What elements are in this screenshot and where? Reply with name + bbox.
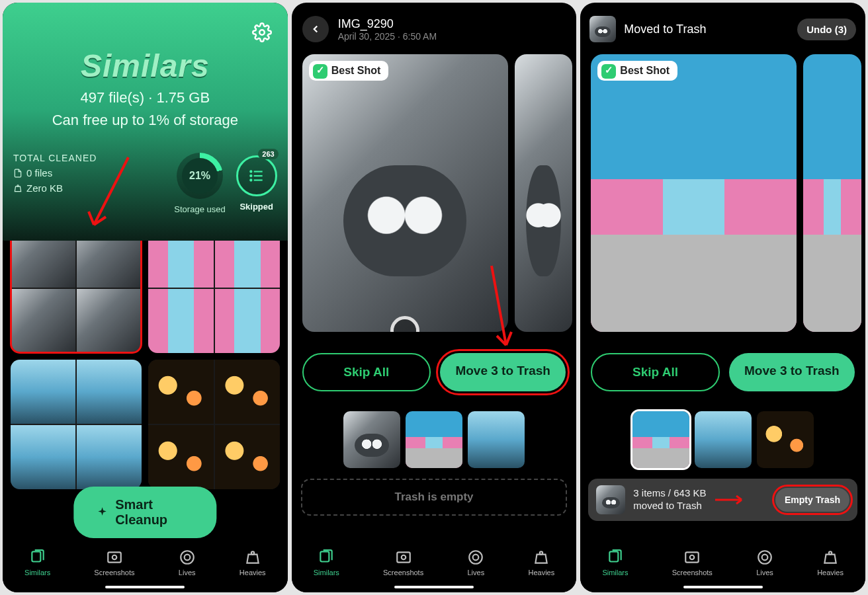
weight-icon	[13, 184, 22, 193]
tab-similars[interactable]: Similars	[602, 549, 628, 576]
skip-all-button[interactable]: Skip All	[302, 353, 431, 391]
preview-carousel[interactable]: Best Shot	[591, 54, 855, 332]
trash-summary: 3 items / 643 KB moved to Trash	[633, 487, 706, 512]
heavies-icon	[244, 549, 261, 566]
thumb[interactable]	[695, 411, 752, 468]
storage-pct: 21%	[182, 158, 218, 194]
free-up-line: Can free up to 1% of storage	[13, 112, 277, 129]
similar-groups-grid	[3, 223, 288, 489]
svg-point-17	[470, 551, 483, 564]
tab-label: Similars	[314, 569, 339, 576]
tab-label: Screenshots	[383, 569, 423, 576]
image-meta: April 30, 2025 · 6:50 AM	[338, 31, 437, 42]
undo-button[interactable]: Undo (3)	[797, 19, 856, 40]
tab-label: Similars	[602, 569, 628, 576]
thumb[interactable]	[406, 411, 462, 468]
thumb[interactable]	[343, 411, 400, 468]
tab-label: Similars	[24, 569, 50, 576]
files-cleaned: 0 files	[26, 167, 52, 178]
skipped-block[interactable]: 263 Skipped	[236, 153, 277, 212]
svg-rect-14	[321, 551, 329, 561]
tab-heavies[interactable]: Heavies	[817, 549, 844, 576]
tab-label: Lives	[756, 569, 773, 576]
tab-label: Lives	[179, 569, 196, 576]
screenshots-icon	[106, 549, 123, 566]
svg-point-12	[184, 555, 190, 561]
storage-used-block[interactable]: 21% Storage used	[174, 153, 225, 214]
lives-icon	[756, 549, 773, 566]
thumb[interactable]	[468, 411, 525, 468]
tab-lives[interactable]: Lives	[467, 549, 484, 576]
move-to-trash-button[interactable]: Move 3 to Trash	[440, 353, 566, 391]
header-gradient: Similars 497 file(s) · 1.75 GB Can free …	[3, 3, 288, 241]
thumb[interactable]	[632, 411, 689, 468]
tab-bar: Similars Screenshots Lives Heavies	[3, 543, 288, 592]
svg-point-18	[473, 555, 479, 561]
preview-carousel[interactable]: Best Shot	[302, 54, 566, 332]
tab-lives[interactable]: Lives	[179, 549, 196, 576]
move-to-trash-button[interactable]: Move 3 to Trash	[729, 353, 855, 391]
tab-similars[interactable]: Similars	[314, 549, 339, 576]
thumbnail-strip[interactable]	[292, 411, 577, 468]
tab-screenshots[interactable]: Screenshots	[383, 549, 423, 576]
moved-header: Moved to Trash Undo (3)	[580, 3, 865, 46]
svg-point-6	[250, 175, 251, 177]
file-summary: 497 file(s) · 1.75 GB	[13, 89, 277, 106]
tab-bar: Similars Screenshots Lives Heavies	[292, 543, 577, 592]
smart-cleanup-label: Smart Cleanup	[115, 497, 194, 528]
empty-trash-button[interactable]: Empty Trash	[775, 488, 849, 512]
similar-group[interactable]	[148, 360, 279, 489]
trash-summary-line1: 3 items / 643 KB	[633, 487, 706, 500]
tab-heavies[interactable]: Heavies	[239, 549, 266, 576]
svg-point-19	[540, 551, 542, 554]
smart-cleanup-button[interactable]: Smart Cleanup	[74, 487, 216, 538]
home-indicator	[683, 586, 763, 588]
tab-heavies[interactable]: Heavies	[529, 549, 555, 576]
similar-group[interactable]	[148, 223, 279, 353]
svg-point-10	[112, 555, 117, 560]
trash-summary-line2: moved to Trash	[633, 500, 706, 512]
similar-group[interactable]	[11, 360, 142, 489]
gear-icon[interactable]	[252, 22, 272, 42]
tab-label: Lives	[468, 569, 485, 576]
tab-similars[interactable]: Similars	[24, 549, 50, 576]
preview-card[interactable]: Best Shot	[302, 54, 508, 332]
size-cleaned: Zero KB	[26, 182, 63, 194]
tab-bar: Similars Screenshots Lives Heavies	[580, 543, 865, 592]
total-cleaned-block: TOTAL CLEANED 0 files Zero KB	[13, 153, 163, 194]
preview-card[interactable]: Best Shot	[591, 54, 797, 332]
chevron-left-icon	[310, 23, 322, 35]
select-toggle[interactable]	[679, 316, 709, 332]
tab-label: Heavies	[239, 569, 266, 576]
svg-rect-9	[108, 552, 121, 562]
heavies-icon	[822, 549, 839, 566]
preview-card-next[interactable]	[803, 54, 861, 332]
tab-label: Heavies	[817, 569, 844, 576]
lives-icon	[467, 549, 484, 566]
thumbnail-strip[interactable]	[580, 411, 865, 468]
screen-detail: IMG_9290 April 30, 2025 · 6:50 AM Best S…	[292, 3, 577, 592]
trash-thumb	[596, 485, 625, 514]
thumb[interactable]	[757, 411, 814, 468]
screenshots-icon	[395, 549, 412, 566]
tab-screenshots[interactable]: Screenshots	[672, 549, 713, 576]
select-toggle[interactable]	[390, 316, 419, 332]
back-button[interactable]	[302, 16, 329, 42]
tab-lives[interactable]: Lives	[756, 549, 773, 576]
skipped-label: Skipped	[236, 202, 277, 212]
similar-group[interactable]	[11, 223, 142, 353]
page-title: Similars	[13, 48, 277, 84]
preview-card-next[interactable]	[515, 54, 573, 332]
sparkle-icon	[97, 505, 109, 520]
total-cleaned-label: TOTAL CLEANED	[13, 153, 163, 163]
skip-all-button[interactable]: Skip All	[591, 353, 719, 391]
home-indicator	[394, 586, 474, 588]
tab-label: Screenshots	[94, 569, 134, 576]
tab-screenshots[interactable]: Screenshots	[94, 549, 134, 576]
svg-rect-21	[609, 551, 618, 561]
screen-moved: Moved to Trash Undo (3) Best Shot Skip A…	[580, 3, 865, 592]
moved-title: Moved to Trash	[624, 22, 706, 36]
svg-point-7	[250, 179, 251, 180]
list-icon	[248, 167, 265, 184]
svg-point-5	[250, 171, 251, 172]
